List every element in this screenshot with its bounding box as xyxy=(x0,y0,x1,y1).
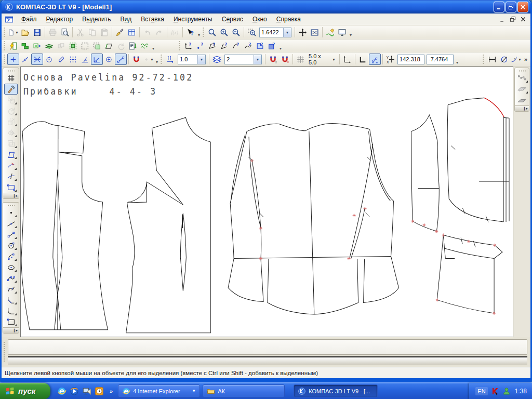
toolbar-grip[interactable] xyxy=(3,54,6,64)
dropdown-arrow-icon[interactable]: ▼ xyxy=(150,58,154,61)
dropdown-arrow-icon[interactable]: ▼ xyxy=(518,58,522,61)
monitor-button[interactable] xyxy=(336,26,348,38)
props-button[interactable] xyxy=(126,26,138,38)
copy-tool-button[interactable] xyxy=(4,138,18,149)
task-button-2[interactable]: КОМПАС-3D LT V9 - [... xyxy=(294,384,378,397)
help-button[interactable]: ? xyxy=(184,26,196,38)
rectangle-tool-button[interactable] xyxy=(4,316,18,327)
current-layer-combo[interactable]: ▼ xyxy=(224,55,262,64)
curve-points-button[interactable] xyxy=(515,73,529,84)
compact-panel-button[interactable] xyxy=(4,73,18,84)
snap-grid-button[interactable] xyxy=(67,54,79,65)
dropdown-arrow-icon[interactable]: ▼ xyxy=(15,31,19,34)
zoom-in-button[interactable] xyxy=(218,26,230,38)
paste-button[interactable] xyxy=(98,26,110,38)
zoom-all-button[interactable] xyxy=(309,26,321,38)
snap-chevron-button[interactable] xyxy=(55,54,67,65)
bezier-tool-button[interactable] xyxy=(4,284,18,295)
menu-Справка[interactable]: Справка xyxy=(272,14,305,24)
magnet-plus-button[interactable] xyxy=(279,54,291,65)
restore-button[interactable] xyxy=(506,2,516,12)
panel-collapse-handle[interactable]: ❙▸ xyxy=(515,105,529,111)
save-button[interactable] xyxy=(31,26,43,38)
zoom-prev-button[interactable] xyxy=(206,26,218,38)
current-layer-input[interactable] xyxy=(225,55,254,64)
toolbar-grip[interactable] xyxy=(3,41,6,51)
snap-point-button[interactable] xyxy=(7,54,19,65)
mdi-restore-button[interactable] xyxy=(508,16,517,23)
edit-insert-button[interactable] xyxy=(31,40,43,51)
task-button-0[interactable]: 4 Internet Explorer▼ xyxy=(118,384,200,397)
layers-button[interactable] xyxy=(211,54,223,65)
ortho-button[interactable] xyxy=(357,54,369,65)
clock-orange-quicklaunch-button[interactable] xyxy=(94,386,104,396)
property-bar-grip[interactable] xyxy=(3,341,5,362)
trim-tool-button[interactable] xyxy=(4,160,18,171)
edit-layers-button[interactable] xyxy=(43,40,55,51)
menu-Окно[interactable]: Окно xyxy=(248,14,272,24)
pan-button[interactable] xyxy=(297,26,309,38)
toolbar-grip[interactable] xyxy=(160,54,163,64)
user-icon[interactable] xyxy=(502,387,511,395)
refresh-button[interactable] xyxy=(324,26,336,38)
point-tool-button[interactable] xyxy=(4,207,18,218)
measure-coords-button[interactable]: ? xyxy=(182,40,194,51)
toolbar-overflow-button[interactable]: ▾ xyxy=(278,46,283,51)
edit-flash-button[interactable] xyxy=(7,40,19,51)
chevron-down-icon[interactable]: ▼ xyxy=(283,28,291,37)
snap-line-button[interactable] xyxy=(19,54,31,65)
mdi-close-button[interactable] xyxy=(518,16,527,23)
copy-button[interactable] xyxy=(86,26,98,38)
plane-front-button[interactable] xyxy=(515,84,529,95)
cursor-step-input[interactable] xyxy=(178,55,197,64)
measure-arc-button[interactable]: ? xyxy=(230,40,242,51)
close-button[interactable] xyxy=(517,2,528,12)
rect-select-tool-button[interactable] xyxy=(4,182,18,193)
scale-tool-button[interactable] xyxy=(4,116,18,127)
coordinate-x-input[interactable] xyxy=(398,55,424,64)
snap-circle-button[interactable] xyxy=(43,54,55,65)
titlebar[interactable]: КОМПАС-3D LT V9 - [Modell1] xyxy=(2,0,530,14)
snap-normal-button[interactable] xyxy=(79,54,91,65)
toolbar-grip[interactable] xyxy=(202,27,205,37)
edit-group-button[interactable] xyxy=(55,40,67,51)
print-button[interactable] xyxy=(47,26,59,38)
chevron-down-icon[interactable]: ▼ xyxy=(332,58,336,61)
snap-cross-button[interactable] xyxy=(31,54,43,65)
menu-Сервис[interactable]: Сервис xyxy=(217,14,248,24)
toolbar-more-chevron[interactable]: » xyxy=(522,56,529,62)
chevron-down-icon[interactable]: ▼ xyxy=(197,55,205,64)
spline-tool-button[interactable] xyxy=(4,273,18,284)
taskbar-clock[interactable]: 1:38 xyxy=(515,388,527,395)
step-button[interactable] xyxy=(164,54,176,65)
panel-collapse-handle[interactable]: ❙▸ xyxy=(3,193,19,198)
edit-blocks-button[interactable] xyxy=(19,40,31,51)
deform-tool-button[interactable] xyxy=(4,149,18,160)
new-doc-button[interactable]: ▼ xyxy=(7,26,19,38)
dim-radius-button[interactable]: ▼ xyxy=(510,54,522,65)
edit-wave-button[interactable] xyxy=(139,40,151,51)
coordinate-y-input[interactable] xyxy=(427,55,453,64)
toolbar-overflow-button[interactable]: ▾ xyxy=(154,60,159,65)
edit-rotate-button[interactable] xyxy=(115,40,127,51)
move-tool-button[interactable] xyxy=(4,95,18,105)
rotate-tool-button[interactable] xyxy=(4,105,18,116)
drawing-canvas[interactable]: Основа Pavelina 92-72-102 Прибавки 4- 4-… xyxy=(20,66,513,337)
toolbar-grip[interactable] xyxy=(178,41,181,51)
hammer-button[interactable] xyxy=(4,84,18,95)
toolbar-overflow-button[interactable]: ▾ xyxy=(455,60,460,65)
edit-shear-button[interactable] xyxy=(103,40,115,51)
menu-Инструменты[interactable]: Инструменты xyxy=(169,14,217,24)
circle-tool-button[interactable] xyxy=(4,240,18,251)
zoom-rect-button[interactable] xyxy=(246,26,258,38)
preview-button[interactable] xyxy=(59,26,71,38)
cut-button[interactable] xyxy=(74,26,86,38)
desktop-quicklaunch-button[interactable] xyxy=(82,386,92,396)
menu-Выделить[interactable]: Выделить xyxy=(77,14,115,24)
minimize-button[interactable] xyxy=(494,2,504,12)
plus-drop-button[interactable]: ▼ xyxy=(142,54,154,65)
grid-button[interactable] xyxy=(295,54,307,65)
zoom-scale-combo[interactable]: ▼ xyxy=(259,28,291,37)
chevron-down-icon[interactable]: ▼ xyxy=(254,55,261,64)
zoom-out-button[interactable] xyxy=(230,26,242,38)
